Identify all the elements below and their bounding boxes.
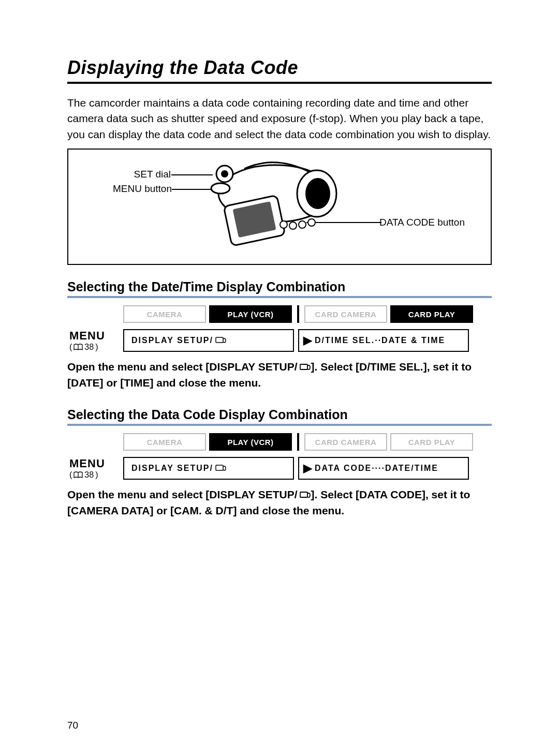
- setting-data-code: ▶ DATA CODE····DATE/TIME: [298, 457, 469, 480]
- svg-point-7: [211, 183, 230, 194]
- display-icon: [215, 464, 227, 472]
- setting-text: DISPLAY SETUP/: [131, 464, 213, 473]
- svg-point-11: [308, 219, 315, 226]
- mode-card-camera: CARD CAMERA: [304, 305, 387, 323]
- menu-label: MENU ( 38): [67, 457, 123, 480]
- instruction-part-a: Open the menu and select [DISPLAY SETUP/: [67, 488, 298, 500]
- mode-play-vcr: PLAY (VCR): [209, 305, 292, 323]
- svg-rect-14: [300, 364, 307, 369]
- instruction: Open the menu and select [DISPLAY SETUP/…: [67, 359, 492, 391]
- mode-play-vcr: PLAY (VCR): [209, 433, 292, 451]
- section-data-code: Selecting the Data Code Display Combinat…: [67, 407, 492, 518]
- menu-ref: ( 38): [69, 343, 123, 352]
- mode-card-camera: CARD CAMERA: [304, 433, 387, 451]
- display-icon: [300, 488, 311, 496]
- mode-card-play: CARD PLAY: [390, 305, 473, 323]
- label-menu-button: MENU button: [99, 183, 172, 195]
- svg-point-2: [305, 178, 330, 209]
- mode-separator: [297, 433, 299, 451]
- menu-row: MENU ( 38) DISPLAY SETUP/ ▶ DATA CODE···…: [67, 457, 492, 480]
- svg-rect-13: [216, 337, 223, 343]
- page-title: Displaying the Data Code: [67, 57, 492, 84]
- page-number: 70: [67, 720, 78, 731]
- svg-rect-17: [300, 492, 307, 497]
- mode-row: CAMERA PLAY (VCR) CARD CAMERA CARD PLAY: [123, 433, 492, 451]
- sub-heading: Selecting the Data Code Display Combinat…: [67, 407, 492, 426]
- mode-separator: [297, 305, 299, 323]
- book-icon: [73, 471, 83, 479]
- sub-heading: Selecting the Date/Time Display Combinat…: [67, 279, 492, 298]
- setting-dtime-sel: ▶ D/TIME SEL.··DATE & TIME: [298, 329, 469, 352]
- label-data-code-button: DATA CODE button: [379, 217, 465, 228]
- mode-card-play: CARD PLAY: [390, 433, 473, 451]
- display-icon: [215, 336, 227, 345]
- svg-rect-16: [216, 465, 223, 470]
- instruction: Open the menu and select [DISPLAY SETUP/…: [67, 487, 492, 518]
- setting-display-setup: DISPLAY SETUP/: [123, 329, 294, 352]
- book-icon: [73, 344, 83, 351]
- setting-text: D/TIME SEL.··DATE & TIME: [315, 336, 445, 345]
- camera-diagram: SET dial MENU button DATA CODE button: [67, 149, 492, 265]
- menu-ref-number: 38: [84, 470, 94, 480]
- menu-word: MENU: [69, 329, 123, 343]
- mode-camera: CAMERA: [123, 433, 206, 451]
- svg-point-8: [280, 221, 287, 228]
- intro-paragraph: The camcorder maintains a data code cont…: [67, 95, 492, 142]
- mode-camera: CAMERA: [123, 305, 206, 323]
- setting-text: DISPLAY SETUP/: [131, 336, 213, 345]
- display-icon: [300, 360, 311, 368]
- camcorder-icon: [182, 157, 353, 253]
- svg-point-10: [299, 221, 306, 228]
- mode-row: CAMERA PLAY (VCR) CARD CAMERA CARD PLAY: [123, 305, 492, 323]
- menu-ref: ( 38): [69, 470, 123, 480]
- setting-text: DATA CODE····DATE/TIME: [315, 464, 438, 473]
- label-set-dial: SET dial: [109, 169, 171, 180]
- svg-point-9: [289, 222, 297, 229]
- menu-row: MENU ( 38) DISPLAY SETUP/ ▶ D/TIME SEL.·…: [67, 329, 492, 352]
- setting-display-setup: DISPLAY SETUP/: [123, 457, 294, 480]
- menu-word: MENU: [69, 457, 123, 470]
- svg-point-6: [221, 170, 228, 177]
- section-date-time: Selecting the Date/Time Display Combinat…: [67, 279, 492, 391]
- menu-ref-number: 38: [84, 343, 94, 352]
- menu-label: MENU ( 38): [67, 329, 123, 352]
- arrow-right-icon: ▶: [303, 334, 312, 347]
- instruction-part-a: Open the menu and select [DISPLAY SETUP/: [67, 361, 298, 373]
- arrow-right-icon: ▶: [303, 462, 312, 475]
